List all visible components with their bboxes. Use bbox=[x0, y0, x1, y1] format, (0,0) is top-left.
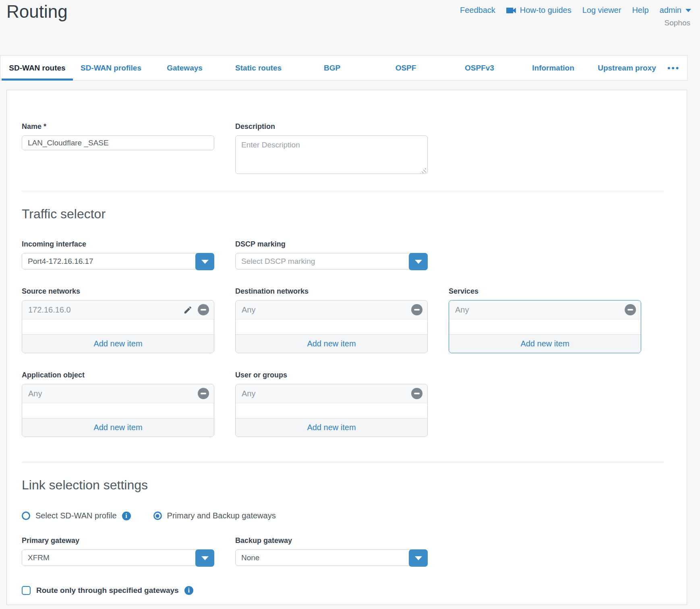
list-item: Any bbox=[236, 384, 427, 403]
list-item: Any bbox=[449, 300, 641, 319]
incoming-interface-select[interactable]: Port4-172.16.16.17 bbox=[22, 253, 214, 269]
radio-unselected-icon[interactable] bbox=[22, 512, 30, 520]
name-label: Name * bbox=[22, 122, 214, 131]
dropdown-caret-icon[interactable] bbox=[409, 549, 428, 567]
application-object-label: Application object bbox=[22, 371, 214, 379]
list-item: Any bbox=[236, 300, 427, 319]
info-icon[interactable]: i bbox=[122, 512, 131, 520]
services-listbox: Any Add new item bbox=[449, 300, 641, 353]
sdwan-route-form-panel: Name * Description Traffic selector Inco… bbox=[6, 90, 687, 605]
description-field-group: Description bbox=[235, 122, 428, 176]
remove-item-icon[interactable] bbox=[625, 304, 636, 315]
top-bar: Routing Feedback How-to guides Log viewe… bbox=[0, 0, 700, 55]
radio-selected-icon[interactable] bbox=[153, 512, 162, 520]
radio-select-sdwan-profile[interactable]: Select SD-WAN profile i bbox=[22, 511, 131, 520]
page-title: Routing bbox=[6, 2, 68, 22]
user-groups-label: User or groups bbox=[235, 371, 428, 379]
edit-pencil-icon[interactable] bbox=[183, 305, 193, 315]
primary-gateway-group: Primary gateway XFRM bbox=[22, 536, 214, 566]
tab-bgp[interactable]: BGP bbox=[295, 56, 369, 80]
route-only-option: Route only through specified gateways i bbox=[22, 586, 672, 595]
tab-upstream-proxy[interactable]: Upstream proxy bbox=[590, 56, 664, 80]
primary-gateway-label: Primary gateway bbox=[22, 536, 214, 545]
howto-guides-link[interactable]: How-to guides bbox=[506, 6, 572, 15]
source-networks-group: Source networks 172.16.16.0 Add new item bbox=[22, 287, 214, 353]
backup-gateway-group: Backup gateway None bbox=[235, 536, 428, 566]
add-new-item-button[interactable]: Add new item bbox=[236, 334, 427, 353]
add-new-item-button[interactable]: Add new item bbox=[22, 418, 214, 437]
description-textarea[interactable] bbox=[235, 135, 428, 174]
user-groups-listbox: Any Add new item bbox=[235, 384, 428, 437]
info-icon[interactable]: i bbox=[184, 586, 193, 595]
application-object-listbox: Any Add new item bbox=[22, 384, 214, 437]
route-only-checkbox[interactable] bbox=[22, 586, 31, 595]
destination-networks-label: Destination networks bbox=[235, 287, 428, 296]
remove-item-icon[interactable] bbox=[198, 304, 209, 315]
top-nav: Feedback How-to guides Log viewer Help a… bbox=[460, 6, 691, 15]
dropdown-caret-icon[interactable] bbox=[409, 253, 428, 270]
traffic-selector-heading: Traffic selector bbox=[22, 207, 672, 222]
primary-gateway-select[interactable]: XFRM bbox=[22, 549, 214, 566]
radio-primary-backup-gateways[interactable]: Primary and Backup gateways bbox=[153, 511, 276, 520]
source-networks-label: Source networks bbox=[22, 287, 214, 296]
feedback-link[interactable]: Feedback bbox=[460, 6, 495, 15]
tab-ospf[interactable]: OSPF bbox=[369, 56, 443, 80]
dropdown-caret-icon[interactable] bbox=[195, 253, 214, 270]
list-item: 172.16.16.0 bbox=[22, 300, 214, 319]
dscp-marking-select[interactable]: Select DSCP marking bbox=[235, 253, 428, 269]
incoming-interface-group: Incoming interface Port4-172.16.16.17 bbox=[22, 240, 214, 269]
backup-gateway-label: Backup gateway bbox=[235, 536, 428, 545]
tab-sdwan-profiles[interactable]: SD-WAN profiles bbox=[74, 56, 148, 80]
user-menu[interactable]: admin bbox=[660, 6, 691, 15]
add-new-item-button[interactable]: Add new item bbox=[22, 334, 214, 353]
brand-label: Sophos bbox=[665, 19, 690, 27]
divider bbox=[22, 462, 664, 462]
more-tabs-icon[interactable]: ••• bbox=[667, 56, 687, 80]
incoming-interface-label: Incoming interface bbox=[22, 240, 214, 249]
tab-information[interactable]: Information bbox=[516, 56, 590, 80]
services-label: Services bbox=[449, 287, 641, 296]
video-camera-icon bbox=[506, 6, 517, 14]
backup-gateway-select[interactable]: None bbox=[235, 549, 428, 566]
tab-static-routes[interactable]: Static routes bbox=[222, 56, 295, 80]
add-new-item-button[interactable]: Add new item bbox=[449, 334, 641, 353]
source-networks-listbox: 172.16.16.0 Add new item bbox=[22, 300, 214, 353]
tab-bar: SD-WAN routes SD-WAN profiles Gateways S… bbox=[0, 55, 688, 81]
tab-ospfv3[interactable]: OSPFv3 bbox=[443, 56, 516, 80]
caret-down-icon bbox=[686, 9, 691, 12]
remove-item-icon[interactable] bbox=[411, 304, 422, 315]
add-new-item-button[interactable]: Add new item bbox=[236, 418, 427, 437]
remove-item-icon[interactable] bbox=[411, 388, 422, 399]
divider bbox=[22, 191, 664, 191]
remove-item-icon[interactable] bbox=[198, 388, 209, 399]
name-field-group: Name * bbox=[22, 122, 214, 176]
destination-networks-group: Destination networks Any Add new item bbox=[235, 287, 428, 353]
link-selection-heading: Link selection settings bbox=[22, 478, 672, 493]
services-group: Services Any Add new item bbox=[449, 287, 641, 353]
name-input[interactable] bbox=[22, 135, 214, 150]
tab-gateways[interactable]: Gateways bbox=[148, 56, 222, 80]
tab-sdwan-routes[interactable]: SD-WAN routes bbox=[0, 56, 74, 80]
list-item: Any bbox=[22, 384, 214, 403]
dscp-marking-group: DSCP marking Select DSCP marking bbox=[235, 240, 428, 269]
dscp-marking-label: DSCP marking bbox=[235, 240, 428, 249]
dropdown-caret-icon[interactable] bbox=[195, 549, 214, 567]
application-object-group: Application object Any Add new item bbox=[22, 371, 214, 437]
destination-networks-listbox: Any Add new item bbox=[235, 300, 428, 353]
help-link[interactable]: Help bbox=[632, 6, 648, 15]
log-viewer-link[interactable]: Log viewer bbox=[582, 6, 621, 15]
user-groups-group: User or groups Any Add new item bbox=[235, 371, 428, 437]
description-label: Description bbox=[235, 122, 428, 131]
